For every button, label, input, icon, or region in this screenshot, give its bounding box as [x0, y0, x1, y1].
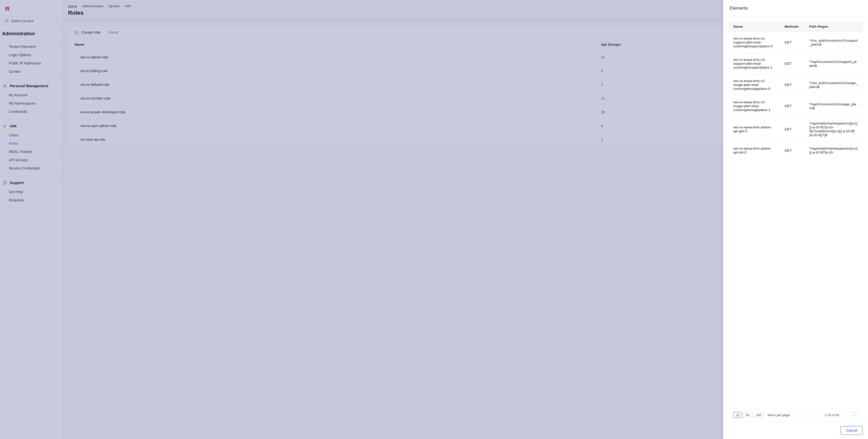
svg-rect-2 [7, 20, 8, 20]
page-range: 1-10 of 62 [824, 413, 840, 417]
sidebar-item-label: Tenant Overview [9, 45, 36, 49]
elem-name: ves-io-eywa-bms-addon-api-list-0 [728, 142, 779, 159]
next-page-button[interactable]: › [851, 412, 858, 418]
sidebar-item-label: My Namespaces [9, 101, 36, 105]
elem-method: GET [779, 117, 804, 142]
sidebar-item-credentials[interactable]: Credentials [0, 108, 63, 116]
chevron-right-icon: › [854, 413, 855, 417]
sidebar-item-public-ip-addresses[interactable]: Public IP Addresses [0, 59, 63, 67]
sidebar-item-rbac-policies[interactable]: RBAC Policies› [0, 148, 63, 156]
sidebar-item-label: RBAC Policies [9, 150, 32, 154]
sidebar-item-quotas[interactable]: Quotas [0, 67, 63, 76]
api-group-count-link[interactable]: 41 [601, 55, 605, 59]
sidebar-item-get-help[interactable]: Get Help [0, 188, 63, 196]
table-row: ves-io-ewya-bms-v2-support-plan-tmpl-cus… [728, 32, 863, 53]
breadcrumb-link[interactable]: Administration [82, 4, 103, 8]
api-group-count-link[interactable]: 21 [601, 96, 605, 100]
svg-rect-3 [5, 21, 6, 21]
nav-group-iam: IAM UsersRolesRBAC Policies›API GroupsSe… [0, 119, 63, 172]
prev-page-button[interactable]: ‹ [842, 412, 849, 418]
nav-head-iam-label: IAM [10, 124, 17, 128]
elem-method: GET [779, 74, 804, 95]
sidebar-item-roles[interactable]: Roles [0, 139, 63, 148]
nav-group-admin: Tenant OverviewLogin OptionsPublic IP Ad… [0, 41, 63, 76]
chevron-right-icon: › [105, 5, 106, 8]
sidebar-item-requests[interactable]: Requests [0, 196, 63, 204]
role-name: ves-io-admin-role [80, 55, 108, 59]
svg-rect-1 [6, 20, 7, 20]
expand-row-icon[interactable]: › [74, 124, 75, 128]
page-size-50[interactable]: 50 [743, 412, 752, 418]
expand-row-icon[interactable]: › [74, 111, 75, 114]
sidebar-item-label: Login Options [9, 53, 31, 57]
elem-regex: ^\/api\/\/custom\/v2\/support_plans$ [804, 53, 863, 74]
key-icon [3, 124, 7, 128]
sidebar-item-label: Service Credentials [9, 166, 40, 170]
api-group-count-link[interactable]: 30 [601, 110, 605, 114]
col-name-header: Name [68, 39, 595, 51]
elem-col-name: Name [728, 22, 779, 32]
plus-circle-icon: + [74, 30, 79, 34]
sidebar-item-login-options[interactable]: Login Options [0, 51, 63, 59]
page-size-10[interactable]: 10 [733, 412, 742, 418]
table-row: ves-io-eywa-bms-addon-api-list-0GET^\/ap… [728, 142, 863, 159]
sidebar-item-my-account[interactable]: My Account [0, 91, 63, 99]
breadcrumb-link[interactable]: IAM [125, 4, 131, 8]
sidebar-item-api-groups[interactable]: API Groups [0, 156, 63, 164]
sidebar-item-label: Credentials [9, 110, 27, 114]
sidebar-item-label: Users [9, 133, 18, 137]
svg-rect-6 [5, 22, 6, 23]
elem-regex: ^\/no_auth\/custom\/v2\/support_plans$ [804, 32, 863, 53]
elem-name: ves-io-ewya-bms-v2-usage-plan-tmpl-custo… [728, 95, 779, 117]
panel-title: Elements [723, 0, 868, 17]
sidebar-item-label: Roles [9, 141, 18, 145]
cancel-button[interactable]: Cancel [841, 426, 863, 435]
section-title: Administration [0, 30, 63, 41]
api-group-count-link[interactable]: 4 [601, 69, 603, 73]
nav-head-iam: IAM [0, 121, 63, 131]
svg-rect-5 [7, 21, 8, 21]
svg-point-12 [5, 183, 5, 184]
nav-head-personal-label: Personal Management [10, 84, 49, 88]
create-role-button[interactable]: + Create role [74, 30, 100, 34]
chevron-right-icon: › [122, 5, 123, 8]
service-selector[interactable]: Select service ⌄ [2, 17, 61, 25]
sidebar-item-tenant-overview[interactable]: Tenant Overview [0, 42, 63, 51]
elem-method: GET [779, 142, 804, 159]
expand-row-icon[interactable]: › [74, 97, 75, 100]
elem-name: ves-io-eywa-bms-addon-api-get-0 [728, 117, 779, 142]
api-group-count-link[interactable]: 1 [601, 138, 603, 142]
nav-head-support-label: Support [10, 181, 24, 185]
elem-method: GET [779, 53, 804, 74]
sidebar-item-users[interactable]: Users [0, 131, 63, 139]
service-selector-label: Select service [11, 19, 34, 23]
svg-point-9 [4, 85, 5, 86]
expand-row-icon[interactable]: › [74, 83, 75, 87]
elem-name: ves-io-ewya-bms-v2-usage-plan-tmpl-custo… [728, 74, 779, 95]
breadcrumb-link[interactable]: Home [68, 4, 77, 8]
expand-row-icon[interactable]: › [74, 69, 75, 73]
role-name: ves-test-aa-role [80, 138, 105, 142]
chevron-down-icon: ⌄ [55, 19, 58, 23]
elements-table: Name Methods Path Regex ves-io-ewya-bms-… [728, 22, 863, 159]
svg-rect-0 [5, 20, 6, 20]
svg-point-10 [4, 126, 5, 127]
sidebar-item-my-namespaces[interactable]: My Namespaces [0, 99, 63, 108]
chevron-right-icon: › [59, 150, 60, 153]
elem-regex: ^\/api\/\/custom\/v2\/usage_plans$ [804, 95, 863, 117]
chevron-left-icon: ‹ [845, 413, 846, 417]
sidebar-item-service-credentials[interactable]: Service Credentials [0, 164, 63, 172]
breadcrumb-link[interactable]: System [108, 4, 120, 8]
nav-group-support: Support Get HelpRequests [0, 176, 63, 204]
role-name: ves-io-uam-admin-role [80, 124, 116, 128]
sidebar-item-label: Get Help [9, 190, 23, 194]
expand-row-icon[interactable]: › [74, 138, 75, 142]
expand-row-icon[interactable]: › [74, 56, 75, 59]
api-group-count-link[interactable]: 2 [601, 83, 603, 87]
role-name: ves-io-monitor-role [80, 96, 111, 100]
table-row: ves-io-ewya-bms-v2-usage-plan-tmpl-custo… [728, 95, 863, 117]
elem-col-regex: Path Regex [804, 22, 863, 32]
api-group-count-link[interactable]: 6 [601, 124, 603, 128]
page-size-100[interactable]: 100 [753, 412, 764, 418]
sidebar-item-label: API Groups [9, 158, 27, 162]
